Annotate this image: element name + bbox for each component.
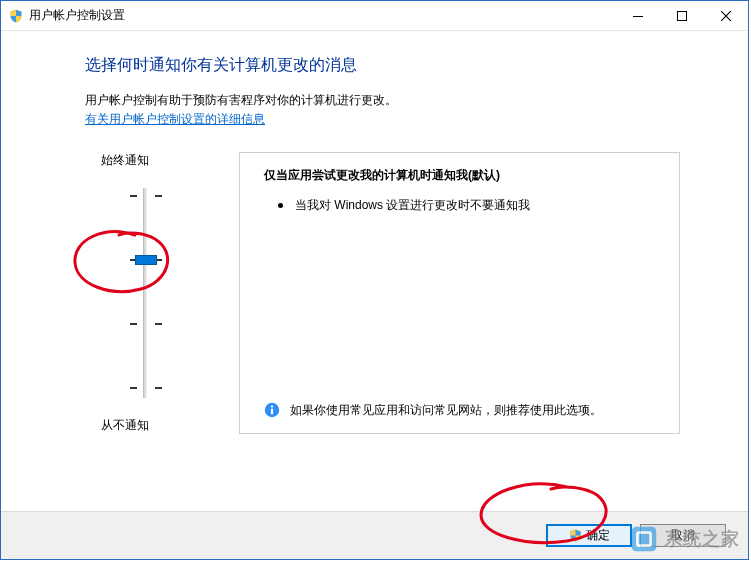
svg-point-3 [271,405,273,407]
ok-button-label: 确定 [586,527,610,544]
slider-top-label: 始终通知 [85,152,205,169]
body-row: 始终通知 从不通知 仅当应用尝试更改我的计算机时通知我(默认) [85,152,714,434]
uac-shield-icon [9,9,23,23]
panel-bullet-text: 当我对 Windows 设置进行更改时不要通知我 [295,196,530,215]
dialog-footer: 确定 取消 [1,511,748,559]
slider-thumb[interactable] [135,255,157,265]
ok-button[interactable]: 确定 [546,524,632,547]
uac-shield-icon [569,529,582,542]
slider-track[interactable] [143,188,147,398]
uac-learn-more-link[interactable]: 有关用户帐户控制设置的详细信息 [85,112,265,126]
panel-bullet: 当我对 Windows 设置进行更改时不要通知我 [278,196,661,215]
minimize-button[interactable] [616,1,660,31]
panel-info: 如果你使用常见应用和访问常见网站，则推荐使用此选项。 [264,401,661,419]
page-heading: 选择何时通知你有关计算机更改的消息 [85,55,714,76]
level-description-panel: 仅当应用尝试更改我的计算机时通知我(默认) 当我对 Windows 设置进行更改… [239,152,680,434]
minimize-icon [633,11,643,21]
uac-settings-window: 用户帐户控制设置 选择何时通知你有关计算机更改的消息 用户帐户控制有助于预防有害… [0,0,749,560]
close-button[interactable] [704,1,748,31]
close-icon [721,11,731,21]
slider-track-wrap [85,179,205,407]
content-area: 选择何时通知你有关计算机更改的消息 用户帐户控制有助于预防有害程序对你的计算机进… [1,31,748,521]
window-title: 用户帐户控制设置 [29,7,125,24]
bullet-dot-icon [278,203,283,208]
panel-title: 仅当应用尝试更改我的计算机时通知我(默认) [264,167,661,184]
panel-info-text: 如果你使用常见应用和访问常见网站，则推荐使用此选项。 [290,401,602,419]
svg-rect-0 [633,16,643,17]
cancel-button[interactable]: 取消 [640,524,726,547]
titlebar: 用户帐户控制设置 [1,1,748,31]
svg-rect-4 [271,408,273,414]
slider-bottom-label: 从不通知 [85,417,205,434]
maximize-button[interactable] [660,1,704,31]
page-description: 用户帐户控制有助于预防有害程序对你的计算机进行更改。 [85,92,714,109]
maximize-icon [677,11,687,21]
cancel-button-label: 取消 [671,527,695,544]
svg-rect-1 [678,11,687,20]
info-icon [264,402,280,418]
notification-slider[interactable]: 始终通知 从不通知 [85,152,205,434]
